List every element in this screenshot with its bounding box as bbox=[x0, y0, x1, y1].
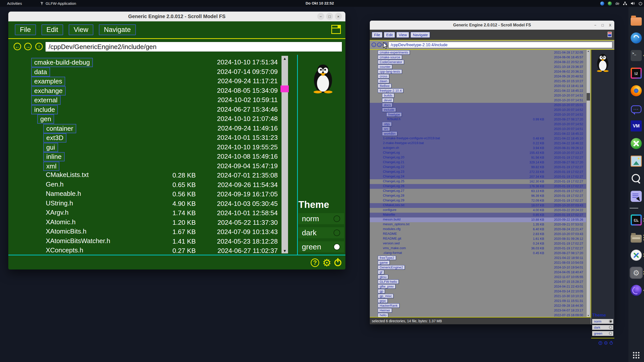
dir-name[interactable]: data bbox=[31, 67, 50, 77]
forward-button[interactable]: → bbox=[24, 43, 32, 50]
dock-item-firefox-nightly[interactable] bbox=[630, 284, 643, 296]
file-row[interactable]: XAtomicBitsWatcher.h1.41 KB2024-05-23 18… bbox=[8, 237, 297, 246]
file-row[interactable]: ChangeLog155.43 KB2020-10-20 07:13:27 bbox=[370, 151, 586, 155]
dir-row[interactable]: container2024-09-24 11:49:16 bbox=[8, 124, 297, 133]
file-name[interactable]: XAtomic.h bbox=[46, 218, 76, 226]
file-name[interactable]: Nameable.h bbox=[46, 190, 81, 198]
dir-row[interactable]: gp2024-03-14 22:10:05 bbox=[370, 289, 586, 294]
focused-app-menu[interactable]: GLFW-Application bbox=[38, 0, 77, 7]
file-name[interactable]: meson.build bbox=[383, 217, 400, 221]
menu-edit[interactable]: Edit bbox=[42, 24, 63, 35]
dir-name[interactable]: gf bbox=[378, 270, 384, 274]
menu-view[interactable]: View bbox=[69, 24, 93, 35]
theme-option-norm[interactable]: norm bbox=[592, 319, 613, 324]
dir-name[interactable]: gp_misc bbox=[378, 294, 393, 298]
theme-option-green[interactable]: green bbox=[298, 241, 344, 252]
file-row[interactable]: CMakeLists.txt0.28 KB2024-07-01 21:35:08 bbox=[8, 171, 297, 180]
dock-item-screen-share[interactable] bbox=[630, 190, 643, 202]
network-icon[interactable] bbox=[623, 2, 627, 5]
file-name[interactable]: version.sed bbox=[383, 241, 399, 245]
radio-selected-icon[interactable] bbox=[609, 320, 612, 323]
file-name[interactable]: XArgv.h bbox=[46, 209, 69, 216]
dir-name[interactable]: game bbox=[378, 260, 390, 265]
file-name[interactable]: XAtomicBitsWatcher.h bbox=[46, 237, 110, 245]
dir-name[interactable]: Heimer bbox=[378, 308, 392, 312]
dock-item-proxy[interactable] bbox=[630, 249, 643, 261]
file-row[interactable]: modules.cfg6.40 KB2020-08-24 22:21:47 bbox=[370, 227, 586, 232]
dir-row[interactable]: game2021-08-03 10:54:03 bbox=[370, 260, 586, 265]
dir-name[interactable]: exchange bbox=[31, 86, 66, 96]
radio-unselected-icon[interactable] bbox=[334, 215, 340, 222]
file-row[interactable]: ChangeLog.2763.13 KB2020-01-19 17:02:27 bbox=[370, 189, 586, 194]
dir-row[interactable]: cpp-lang-tests2024-06-02 20:36:22 bbox=[370, 69, 586, 74]
show-applications-button[interactable] bbox=[632, 351, 640, 359]
scroll-up-icon[interactable]: ▲ bbox=[281, 56, 288, 61]
minimize-button[interactable]: − bbox=[594, 23, 596, 27]
globe-tray-icon[interactable] bbox=[608, 2, 612, 6]
dir-name[interactable]: gui bbox=[43, 143, 58, 152]
maximize-button[interactable]: □ bbox=[326, 13, 333, 20]
dir-name[interactable]: cmake-build-debug bbox=[31, 58, 93, 67]
dock-item-folder-dark[interactable] bbox=[630, 232, 643, 244]
dir-name[interactable]: fileBee bbox=[378, 84, 391, 88]
dir-row[interactable]: cmake-source2024-06-06 16:45:57 bbox=[370, 55, 586, 60]
layout-toggle-icon[interactable] bbox=[331, 25, 341, 34]
dock-item-tools[interactable] bbox=[630, 138, 643, 150]
file-name[interactable]: ft2build.h bbox=[387, 117, 400, 121]
file-row[interactable]: ChangeLog.23272.33 KB2020-01-19 17:02:27 bbox=[370, 170, 586, 174]
dir-name[interactable]: dawn bbox=[378, 79, 389, 83]
file-row[interactable]: meson_options.txt1.35 KB2020-09-21 07:53… bbox=[370, 222, 586, 227]
dir-row[interactable]: objs2020-10-20 07:14:52 bbox=[370, 122, 586, 127]
file-name[interactable]: ChangeLog.27 bbox=[383, 189, 404, 193]
file-name[interactable]: meson_options.txt bbox=[383, 222, 410, 226]
scroll-down-icon[interactable]: ▼ bbox=[587, 314, 590, 317]
dock-item-image-viewer[interactable] bbox=[630, 155, 643, 167]
dir-name[interactable]: docs bbox=[382, 103, 392, 107]
back-button[interactable]: ← bbox=[14, 43, 21, 50]
theme-option-green[interactable]: green bbox=[592, 331, 613, 336]
swirl-tray-icon[interactable] bbox=[600, 2, 604, 6]
file-name[interactable]: ChangeLog bbox=[383, 151, 400, 154]
dir-row[interactable]: dawn2021-05-10 15:10:27 bbox=[370, 79, 586, 84]
scrollbar-track[interactable]: ▲ ▼ bbox=[587, 50, 590, 317]
file-name[interactable]: ChangeLog.20 bbox=[383, 155, 404, 159]
dir-name[interactable]: GenericEngine2 bbox=[378, 265, 405, 269]
dir-name[interactable]: xml bbox=[43, 162, 59, 171]
file-row[interactable]: XAtomicBits.h1.67 KB2024-07-09 10:13:43 bbox=[8, 227, 297, 237]
file-row[interactable]: UString.h4.90 KB2024-10-03 05:30:45 bbox=[8, 199, 297, 209]
file-row[interactable]: README2.83 KB2020-10-20 07:03:43 bbox=[370, 232, 586, 237]
file-row[interactable]: 1-cmake-freetype-configure-vc2019.bat0.4… bbox=[370, 136, 586, 141]
clock[interactable]: Do Okt 10 22:52 bbox=[306, 1, 334, 5]
file-row[interactable]: CMakeLists.txt18.07 KB2020-10-20 07:03:4… bbox=[370, 203, 586, 208]
dir-name[interactable]: counter bbox=[378, 65, 392, 69]
scroll-down-icon[interactable]: ▼ bbox=[281, 249, 288, 253]
file-row[interactable]: ChangeLog.25162.30 KB2020-01-19 17:02:27 bbox=[370, 179, 586, 184]
file-name[interactable]: vms_make.com bbox=[383, 246, 406, 250]
dir-name[interactable]: HackerRank bbox=[378, 303, 399, 308]
file-name[interactable]: 1-cmake-freetype-configure-vc2019.bat bbox=[383, 136, 440, 140]
close-button[interactable]: X bbox=[609, 23, 611, 27]
dock-item-terminal[interactable]: >_ bbox=[630, 50, 643, 62]
file-name[interactable]: ChangeLog.22 bbox=[383, 165, 404, 169]
menu-file[interactable]: File bbox=[15, 24, 36, 35]
dir-name[interactable]: devel bbox=[382, 98, 393, 102]
file-row[interactable]: Nameable.h0.56 KB2024-09-19 16:17:05 bbox=[8, 190, 297, 199]
dir-row[interactable]: data2024-07-14 09:57:09 bbox=[8, 67, 297, 77]
path-input[interactable]: /cppDev/GenericEngine2/include/gen bbox=[45, 42, 342, 52]
dir-name[interactable]: ext3D bbox=[43, 133, 66, 143]
dir-row[interactable]: builds2020-10-20 07:14:52 bbox=[370, 93, 586, 98]
settings-gear-icon[interactable]: ⚙ bbox=[604, 340, 608, 346]
dir-row[interactable]: glfw_prev2024-04-21 22:43:01 bbox=[370, 284, 586, 289]
dir-row[interactable]: GLFW-hello2024-07-15 15:28:27 bbox=[370, 280, 586, 284]
file-name[interactable]: XConcepts.h bbox=[46, 246, 83, 254]
help-icon[interactable]: ? bbox=[311, 258, 319, 267]
dir-name[interactable]: grpc bbox=[378, 299, 388, 303]
back-button[interactable]: ← bbox=[372, 42, 376, 47]
file-row[interactable]: meson.build10.88 KB2020-09-22 19:55:26 bbox=[370, 217, 586, 222]
file-row[interactable]: ChangeLog.2091.56 KB2020-01-19 17:02:27 bbox=[370, 155, 586, 160]
dir-name[interactable]: workBin bbox=[382, 131, 397, 136]
menu-navigate[interactable]: Navigate bbox=[99, 24, 136, 35]
file-row[interactable]: 2-make-freetype-vc2019.bat0.22 KB2021-04… bbox=[370, 141, 586, 146]
dir-name[interactable]: container bbox=[43, 124, 76, 133]
file-name[interactable]: configure bbox=[383, 208, 396, 212]
